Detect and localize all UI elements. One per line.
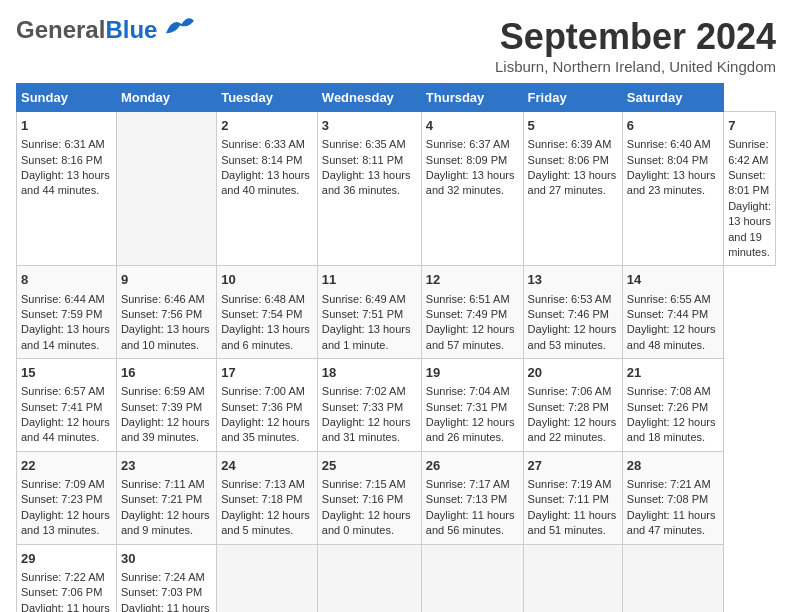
table-row: 1Sunrise: 6:31 AM Sunset: 8:16 PM Daylig… <box>17 112 117 266</box>
day-number: 12 <box>426 271 519 289</box>
day-number: 10 <box>221 271 313 289</box>
day-info: Sunrise: 6:59 AM Sunset: 7:39 PM Dayligh… <box>121 385 210 443</box>
day-number: 3 <box>322 117 417 135</box>
table-row: 25Sunrise: 7:15 AM Sunset: 7:16 PM Dayli… <box>317 451 421 544</box>
day-info: Sunrise: 7:09 AM Sunset: 7:23 PM Dayligh… <box>21 478 110 536</box>
table-row: 2Sunrise: 6:33 AM Sunset: 8:14 PM Daylig… <box>217 112 318 266</box>
table-row: 29Sunrise: 7:22 AM Sunset: 7:06 PM Dayli… <box>17 544 117 612</box>
location-text: Lisburn, Northern Ireland, United Kingdo… <box>495 58 776 75</box>
day-number: 30 <box>121 550 212 568</box>
day-number: 5 <box>528 117 618 135</box>
day-info: Sunrise: 6:49 AM Sunset: 7:51 PM Dayligh… <box>322 293 411 351</box>
title-block: September 2024 Lisburn, Northern Ireland… <box>495 16 776 75</box>
day-number: 25 <box>322 457 417 475</box>
weekday-header-tuesday: Tuesday <box>217 84 318 112</box>
weekday-header-saturday: Saturday <box>622 84 723 112</box>
day-number: 17 <box>221 364 313 382</box>
day-info: Sunrise: 7:04 AM Sunset: 7:31 PM Dayligh… <box>426 385 515 443</box>
day-number: 8 <box>21 271 112 289</box>
day-number: 23 <box>121 457 212 475</box>
table-row: 5Sunrise: 6:39 AM Sunset: 8:06 PM Daylig… <box>523 112 622 266</box>
table-row: 13Sunrise: 6:53 AM Sunset: 7:46 PM Dayli… <box>523 266 622 359</box>
day-info: Sunrise: 7:24 AM Sunset: 7:03 PM Dayligh… <box>121 571 210 612</box>
table-row <box>116 112 216 266</box>
weekday-header-monday: Monday <box>116 84 216 112</box>
day-number: 28 <box>627 457 719 475</box>
day-number: 11 <box>322 271 417 289</box>
table-row: 28Sunrise: 7:21 AM Sunset: 7:08 PM Dayli… <box>622 451 723 544</box>
day-info: Sunrise: 7:11 AM Sunset: 7:21 PM Dayligh… <box>121 478 210 536</box>
day-info: Sunrise: 6:40 AM Sunset: 8:04 PM Dayligh… <box>627 138 716 196</box>
weekday-header-thursday: Thursday <box>421 84 523 112</box>
table-row: 14Sunrise: 6:55 AM Sunset: 7:44 PM Dayli… <box>622 266 723 359</box>
table-row: 11Sunrise: 6:49 AM Sunset: 7:51 PM Dayli… <box>317 266 421 359</box>
day-info: Sunrise: 7:00 AM Sunset: 7:36 PM Dayligh… <box>221 385 310 443</box>
day-number: 6 <box>627 117 719 135</box>
day-number: 24 <box>221 457 313 475</box>
day-number: 26 <box>426 457 519 475</box>
day-number: 9 <box>121 271 212 289</box>
day-number: 15 <box>21 364 112 382</box>
day-info: Sunrise: 7:13 AM Sunset: 7:18 PM Dayligh… <box>221 478 310 536</box>
day-number: 1 <box>21 117 112 135</box>
day-info: Sunrise: 7:02 AM Sunset: 7:33 PM Dayligh… <box>322 385 411 443</box>
day-info: Sunrise: 7:21 AM Sunset: 7:08 PM Dayligh… <box>627 478 716 536</box>
table-row: 17Sunrise: 7:00 AM Sunset: 7:36 PM Dayli… <box>217 359 318 452</box>
logo-general-text: General <box>16 16 105 43</box>
day-info: Sunrise: 6:55 AM Sunset: 7:44 PM Dayligh… <box>627 293 716 351</box>
day-info: Sunrise: 6:48 AM Sunset: 7:54 PM Dayligh… <box>221 293 310 351</box>
table-row: 22Sunrise: 7:09 AM Sunset: 7:23 PM Dayli… <box>17 451 117 544</box>
day-info: Sunrise: 6:35 AM Sunset: 8:11 PM Dayligh… <box>322 138 411 196</box>
table-row: 6Sunrise: 6:40 AM Sunset: 8:04 PM Daylig… <box>622 112 723 266</box>
day-info: Sunrise: 6:46 AM Sunset: 7:56 PM Dayligh… <box>121 293 210 351</box>
day-number: 18 <box>322 364 417 382</box>
day-number: 29 <box>21 550 112 568</box>
table-row: 15Sunrise: 6:57 AM Sunset: 7:41 PM Dayli… <box>17 359 117 452</box>
day-number: 14 <box>627 271 719 289</box>
day-info: Sunrise: 6:33 AM Sunset: 8:14 PM Dayligh… <box>221 138 310 196</box>
calendar-week-1: 1Sunrise: 6:31 AM Sunset: 8:16 PM Daylig… <box>17 112 776 266</box>
day-number: 13 <box>528 271 618 289</box>
day-info: Sunrise: 6:51 AM Sunset: 7:49 PM Dayligh… <box>426 293 515 351</box>
day-info: Sunrise: 7:08 AM Sunset: 7:26 PM Dayligh… <box>627 385 716 443</box>
day-info: Sunrise: 6:39 AM Sunset: 8:06 PM Dayligh… <box>528 138 617 196</box>
day-info: Sunrise: 7:17 AM Sunset: 7:13 PM Dayligh… <box>426 478 515 536</box>
table-row: 10Sunrise: 6:48 AM Sunset: 7:54 PM Dayli… <box>217 266 318 359</box>
table-row <box>317 544 421 612</box>
day-info: Sunrise: 6:44 AM Sunset: 7:59 PM Dayligh… <box>21 293 110 351</box>
day-info: Sunrise: 7:22 AM Sunset: 7:06 PM Dayligh… <box>21 571 110 612</box>
weekday-header-sunday: Sunday <box>17 84 117 112</box>
day-info: Sunrise: 6:31 AM Sunset: 8:16 PM Dayligh… <box>21 138 110 196</box>
table-row <box>622 544 723 612</box>
logo-bird-icon <box>166 16 194 38</box>
table-row: 4Sunrise: 6:37 AM Sunset: 8:09 PM Daylig… <box>421 112 523 266</box>
table-row <box>421 544 523 612</box>
weekday-header-friday: Friday <box>523 84 622 112</box>
day-info: Sunrise: 6:57 AM Sunset: 7:41 PM Dayligh… <box>21 385 110 443</box>
logo: GeneralBlue <box>16 16 194 44</box>
weekday-header-wednesday: Wednesday <box>317 84 421 112</box>
day-number: 16 <box>121 364 212 382</box>
table-row: 24Sunrise: 7:13 AM Sunset: 7:18 PM Dayli… <box>217 451 318 544</box>
calendar-week-2: 8Sunrise: 6:44 AM Sunset: 7:59 PM Daylig… <box>17 266 776 359</box>
table-row <box>217 544 318 612</box>
calendar-week-4: 22Sunrise: 7:09 AM Sunset: 7:23 PM Dayli… <box>17 451 776 544</box>
table-row: 30Sunrise: 7:24 AM Sunset: 7:03 PM Dayli… <box>116 544 216 612</box>
day-info: Sunrise: 7:06 AM Sunset: 7:28 PM Dayligh… <box>528 385 617 443</box>
table-row: 27Sunrise: 7:19 AM Sunset: 7:11 PM Dayli… <box>523 451 622 544</box>
table-row: 21Sunrise: 7:08 AM Sunset: 7:26 PM Dayli… <box>622 359 723 452</box>
table-row: 9Sunrise: 6:46 AM Sunset: 7:56 PM Daylig… <box>116 266 216 359</box>
table-row: 23Sunrise: 7:11 AM Sunset: 7:21 PM Dayli… <box>116 451 216 544</box>
day-number: 20 <box>528 364 618 382</box>
day-info: Sunrise: 6:42 AM Sunset: 8:01 PM Dayligh… <box>728 138 771 258</box>
calendar-week-5: 29Sunrise: 7:22 AM Sunset: 7:06 PM Dayli… <box>17 544 776 612</box>
table-row <box>523 544 622 612</box>
calendar-week-3: 15Sunrise: 6:57 AM Sunset: 7:41 PM Dayli… <box>17 359 776 452</box>
day-info: Sunrise: 6:37 AM Sunset: 8:09 PM Dayligh… <box>426 138 515 196</box>
day-number: 7 <box>728 117 771 135</box>
day-number: 2 <box>221 117 313 135</box>
day-number: 21 <box>627 364 719 382</box>
table-row: 26Sunrise: 7:17 AM Sunset: 7:13 PM Dayli… <box>421 451 523 544</box>
table-row: 12Sunrise: 6:51 AM Sunset: 7:49 PM Dayli… <box>421 266 523 359</box>
day-number: 19 <box>426 364 519 382</box>
